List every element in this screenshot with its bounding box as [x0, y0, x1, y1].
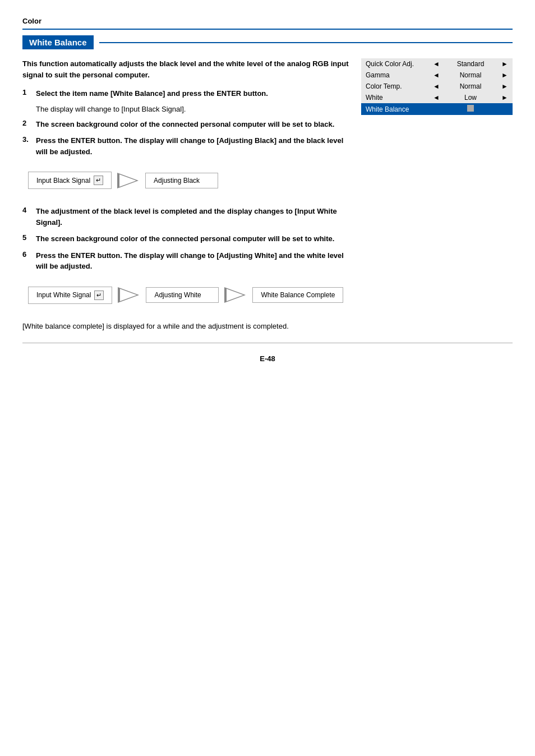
color-label: Color	[22, 17, 513, 25]
step-2-text: The screen background color of the conne…	[36, 119, 334, 130]
diagram-1-box2-label: Adjusting Black	[154, 177, 200, 185]
menu-value-0: Standard	[444, 58, 497, 70]
arrow-2	[118, 287, 140, 303]
arrow-3	[224, 287, 247, 303]
step-5-number: 5	[22, 233, 31, 245]
menu-left-3: ◄	[428, 92, 444, 103]
diagram-1-box1-label: Input Black Signal	[36, 177, 90, 185]
step-4-text: The adjustment of the black level is com…	[36, 206, 350, 228]
diagram-2-box3-label: White Balance Complete	[261, 291, 335, 299]
diagram-2-box1: Input White Signal ↵	[28, 287, 112, 304]
section-title-line	[99, 42, 513, 43]
menu-right-4	[497, 103, 513, 115]
diagram-2: Input White Signal ↵ Adjusting White Whi…	[22, 281, 350, 310]
page-container: Color White Balance This function automa…	[0, 0, 535, 380]
menu-row-4: White Balance	[361, 103, 513, 115]
menu-right-2: ►	[497, 81, 513, 92]
step-3-number: 3.	[22, 135, 31, 157]
menu-left-4	[428, 103, 444, 115]
enter-icon-2: ↵	[94, 291, 104, 300]
menu-label-0: Quick Color Adj.	[361, 58, 428, 70]
step-6-number: 6	[22, 250, 31, 272]
content-area: This function automatically adjusts the …	[22, 58, 513, 331]
menu-left-2: ◄	[428, 81, 444, 92]
menu-right-1: ►	[497, 70, 513, 81]
page-number: E-48	[22, 354, 513, 363]
menu-row-1: Gamma ◄ Normal ►	[361, 70, 513, 81]
step-1: 1 Select the item name [White Balance] a…	[22, 88, 350, 99]
diagram-2-box1-label: Input White Signal	[36, 291, 91, 299]
step-1-number: 1	[22, 88, 31, 99]
menu-row-3: White ◄ Low ►	[361, 92, 513, 103]
diagram-2-box2-label: Adjusting White	[154, 291, 201, 299]
menu-value-3: Low	[444, 92, 497, 103]
step-1-sub: The display will change to [Input Black …	[36, 105, 350, 113]
top-divider	[22, 29, 513, 30]
menu-value-4	[444, 103, 497, 115]
step-6-text: Press the ENTER button. The display will…	[36, 250, 350, 272]
step-3: 3. Press the ENTER button. The display w…	[22, 135, 350, 157]
menu-value-1: Normal	[444, 70, 497, 81]
menu-left-1: ◄	[428, 70, 444, 81]
step-4-number: 4	[22, 206, 31, 228]
menu-label-4: White Balance	[361, 103, 428, 115]
bottom-divider	[22, 343, 513, 343]
step-2: 2 The screen background color of the con…	[22, 119, 350, 130]
step-3-text: Press the ENTER button. The display will…	[36, 135, 350, 157]
step-1-text: Select the item name [White Balance] and…	[36, 88, 268, 99]
menu-left-0: ◄	[428, 58, 444, 70]
arrow-1	[117, 173, 140, 188]
menu-label-2: Color Temp.	[361, 81, 428, 92]
intro-text: This function automatically adjusts the …	[22, 58, 350, 80]
step-4: 4 The adjustment of the black level is c…	[22, 206, 350, 228]
step-6: 6 Press the ENTER button. The display wi…	[22, 250, 350, 272]
menu-right-0: ►	[497, 58, 513, 70]
sidebar-menu: Quick Color Adj. ◄ Standard ► Gamma ◄ No…	[361, 58, 513, 331]
step-2-number: 2	[22, 119, 31, 130]
diagram-1-box2: Adjusting Black	[145, 173, 218, 188]
menu-table: Quick Color Adj. ◄ Standard ► Gamma ◄ No…	[361, 58, 513, 115]
menu-value-2: Normal	[444, 81, 497, 92]
menu-row-0: Quick Color Adj. ◄ Standard ►	[361, 58, 513, 70]
enter-icon-1: ↵	[94, 176, 103, 185]
main-content: This function automatically adjusts the …	[22, 58, 350, 331]
section-title: White Balance	[22, 35, 94, 49]
diagram-2-box2: Adjusting White	[146, 287, 219, 303]
diagram-1-box1: Input Black Signal ↵	[28, 172, 112, 189]
step-5-text: The screen background color of the conne…	[36, 233, 334, 245]
menu-right-3: ►	[497, 92, 513, 103]
bottom-note: [White balance complete] is displayed fo…	[22, 321, 350, 332]
diagram-2-box3: White Balance Complete	[252, 287, 343, 303]
menu-row-2: Color Temp. ◄ Normal ►	[361, 81, 513, 92]
diagram-1: Input Black Signal ↵ Adjusting Black	[22, 166, 350, 195]
step-5: 5 The screen background color of the con…	[22, 233, 350, 245]
section-header: White Balance	[22, 35, 513, 49]
menu-label-3: White	[361, 92, 428, 103]
menu-label-1: Gamma	[361, 70, 428, 81]
